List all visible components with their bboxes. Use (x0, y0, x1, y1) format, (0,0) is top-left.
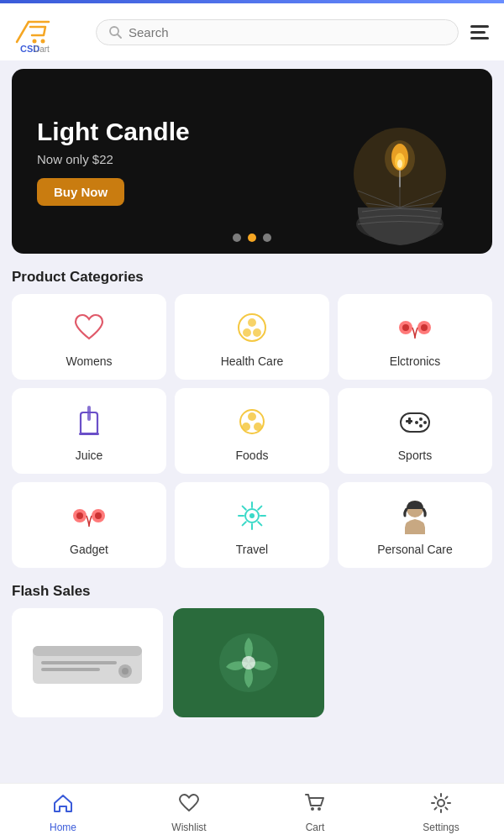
banner-dot-1[interactable] (233, 234, 241, 242)
logo: CSD Cart (12, 10, 87, 54)
banner-subtitle: Now only $22 (37, 152, 190, 166)
svg-line-53 (258, 507, 261, 510)
svg-rect-37 (408, 417, 411, 424)
svg-point-27 (421, 324, 428, 331)
wishlist-icon (178, 792, 200, 819)
svg-point-66 (318, 807, 321, 811)
banner-dot-3[interactable] (263, 234, 271, 242)
svg-line-52 (258, 522, 261, 525)
flash-card-2[interactable] (173, 608, 324, 717)
svg-point-39 (423, 421, 427, 424)
category-foods-label: Foods (236, 449, 269, 462)
svg-point-62 (122, 668, 129, 675)
svg-point-23 (253, 328, 261, 337)
banner-title: Light Candle (37, 117, 190, 147)
svg-rect-60 (41, 668, 100, 671)
nav-home-label: Home (50, 822, 76, 833)
cart-icon (304, 792, 326, 819)
travel-icon (234, 497, 270, 534)
settings-icon (430, 792, 452, 819)
category-electronics[interactable]: Elctronics (338, 294, 492, 380)
svg-line-51 (243, 507, 246, 510)
category-womens-label: Womens (66, 354, 113, 368)
search-input[interactable] (129, 25, 446, 39)
banner-dot-2[interactable] (248, 234, 256, 242)
category-travel-label: Travel (236, 543, 268, 556)
heart-icon (71, 309, 108, 346)
nav-cart-label: Cart (306, 822, 325, 833)
search-icon (108, 25, 122, 39)
category-healthcare[interactable]: Health Care (175, 294, 329, 380)
category-womens[interactable]: Womens (12, 294, 166, 380)
category-sports[interactable]: Sports (338, 388, 492, 474)
juice-icon (71, 403, 108, 440)
hamburger-menu-button[interactable] (467, 22, 492, 43)
category-gadget-label: Gadget (70, 543, 108, 556)
category-sports-label: Sports (398, 449, 432, 462)
svg-rect-30 (79, 433, 99, 435)
svg-point-38 (419, 417, 423, 421)
svg-point-45 (95, 512, 102, 519)
svg-point-20 (239, 314, 265, 341)
nav-wishlist[interactable]: Wishlist (164, 792, 214, 833)
svg-line-7 (118, 34, 121, 38)
person-icon (396, 497, 433, 534)
svg-text:Cart: Cart (34, 45, 50, 54)
health-icon (234, 309, 270, 346)
nav-settings[interactable]: Settings (416, 792, 466, 833)
svg-point-25 (402, 324, 409, 331)
svg-rect-29 (87, 406, 91, 421)
svg-rect-58 (33, 646, 142, 656)
nav-settings-label: Settings (423, 822, 459, 833)
svg-point-32 (248, 412, 256, 421)
svg-point-55 (249, 513, 255, 518)
earbuds2-icon (71, 497, 108, 534)
svg-point-3 (41, 39, 45, 44)
svg-point-43 (76, 512, 83, 519)
category-personalcare[interactable]: Personal Care (338, 482, 492, 568)
category-personalcare-label: Personal Care (377, 543, 453, 556)
flash-card-1[interactable] (12, 608, 163, 717)
svg-point-34 (254, 423, 262, 431)
svg-point-67 (438, 800, 444, 806)
nav-home[interactable]: Home (38, 792, 88, 833)
category-electronics-label: Elctronics (390, 354, 441, 368)
category-travel[interactable]: Travel (175, 482, 329, 568)
svg-rect-59 (41, 661, 117, 664)
logo-icon: CSD Cart (12, 10, 55, 54)
flash-sales-cards (0, 608, 504, 717)
category-gadget[interactable]: Gadget (12, 482, 166, 568)
banner-dots (233, 234, 271, 242)
svg-point-65 (311, 807, 314, 811)
category-juice[interactable]: Juice (12, 388, 166, 474)
category-healthcare-label: Health Care (221, 354, 284, 368)
buy-now-button[interactable]: Buy Now (37, 178, 124, 206)
svg-line-54 (243, 522, 246, 525)
svg-point-19 (385, 140, 415, 177)
earbuds-icon (396, 309, 433, 346)
svg-point-33 (242, 423, 250, 431)
category-juice-label: Juice (76, 449, 103, 462)
foods-icon (234, 403, 270, 440)
banner-content: Light Candle Now only $22 Buy Now (12, 92, 215, 231)
home-icon (52, 792, 74, 819)
search-box[interactable] (96, 19, 459, 45)
nav-wishlist-label: Wishlist (171, 822, 206, 833)
flash-sales-section: Flash Sales (0, 583, 504, 717)
svg-point-41 (415, 421, 418, 424)
svg-point-40 (419, 424, 423, 428)
header: CSD Cart (0, 3, 504, 60)
svg-point-2 (33, 39, 37, 44)
banner-image (333, 107, 467, 249)
bottom-nav: Home Wishlist Cart Settings (0, 783, 504, 840)
nav-cart[interactable]: Cart (290, 792, 340, 833)
svg-point-21 (248, 318, 256, 327)
gamepad-icon (396, 403, 433, 440)
category-foods[interactable]: Foods (175, 388, 329, 474)
svg-point-22 (243, 328, 251, 337)
banner: Light Candle Now only $22 Buy Now (12, 69, 492, 254)
categories-section-title: Product Categories (12, 269, 492, 286)
flash-sales-title: Flash Sales (12, 583, 492, 600)
categories-grid: Womens Health Care (0, 294, 504, 568)
svg-point-64 (242, 656, 255, 669)
